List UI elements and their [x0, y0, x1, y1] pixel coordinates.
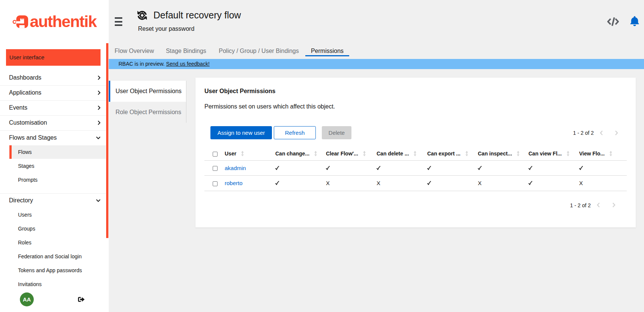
svg-text:authentik: authentik [30, 12, 97, 30]
